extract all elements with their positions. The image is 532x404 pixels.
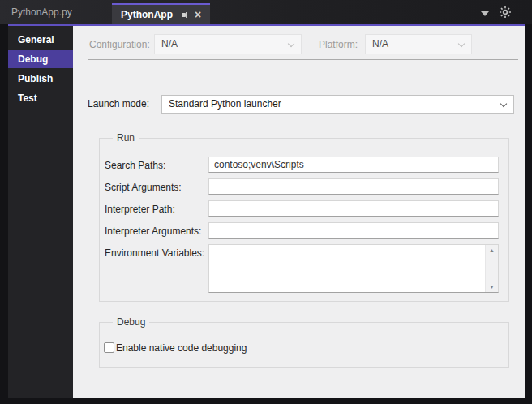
script-arguments-label: Script Arguments: <box>105 182 182 193</box>
chevron-down-icon <box>458 41 465 47</box>
sidebar-item-publish[interactable]: Publish <box>8 70 73 88</box>
platform-label: Platform: <box>319 39 358 50</box>
gear-icon[interactable] <box>499 6 512 19</box>
close-icon[interactable]: × <box>195 9 201 20</box>
pin-icon[interactable] <box>179 11 188 19</box>
debug-group-legend: Debug <box>113 316 149 328</box>
tab-label: PythonApp <box>121 9 173 20</box>
environment-variables-textarea[interactable]: ▲ ▼ <box>208 244 499 293</box>
enable-native-debugging-label: Enable native code debugging <box>116 342 247 354</box>
chevron-down-icon <box>288 41 294 47</box>
interpreter-arguments-label: Interpreter Arguments: <box>105 226 201 237</box>
tab-pythonapp-py[interactable]: PythonApp.py <box>0 0 84 24</box>
environment-variables-label: Environment Variables: <box>105 247 204 259</box>
configuration-value: N/A <box>161 38 178 49</box>
platform-value: N/A <box>372 38 388 49</box>
interpreter-arguments-input[interactable] <box>208 222 499 239</box>
search-paths-label: Search Paths: <box>105 160 165 171</box>
sidebar-item-test[interactable]: Test <box>8 89 73 107</box>
properties-sidebar: General Debug Publish Test <box>8 26 73 398</box>
chevron-down-icon <box>500 101 507 107</box>
tab-strip: PythonApp.py PythonApp × <box>0 0 532 24</box>
scroll-down-icon[interactable]: ▼ <box>489 284 495 290</box>
configuration-label: Configuration: <box>89 39 150 50</box>
sidebar-item-general[interactable]: General <box>8 31 73 49</box>
configuration-dropdown: N/A <box>154 34 302 54</box>
run-group-legend: Run <box>113 132 139 144</box>
tab-pythonapp-active[interactable]: PythonApp × <box>112 3 210 24</box>
launch-mode-dropdown[interactable]: Standard Python launcher <box>161 95 514 114</box>
tab-list-chevron-icon[interactable] <box>481 11 489 16</box>
enable-native-debugging-checkbox[interactable] <box>104 342 114 353</box>
debug-group: Debug Enable native code debugging <box>99 322 509 368</box>
interpreter-path-label: Interpreter Path: <box>105 204 175 215</box>
sidebar-item-debug[interactable]: Debug <box>8 50 73 68</box>
debug-settings-panel: Configuration: N/A Platform: N/A Launch … <box>73 26 525 398</box>
platform-dropdown: N/A <box>365 34 472 54</box>
search-paths-input[interactable] <box>208 157 499 173</box>
run-group: Run Search Paths: Script Arguments: Inte… <box>99 138 509 302</box>
interpreter-path-input[interactable] <box>208 200 499 217</box>
scroll-up-icon[interactable]: ▲ <box>489 247 495 253</box>
script-arguments-input[interactable] <box>208 178 499 195</box>
properties-document: General Debug Publish Test Configuration… <box>8 24 525 398</box>
config-separator <box>88 59 518 60</box>
vertical-scrollbar[interactable]: ▲ ▼ <box>485 245 498 292</box>
tab-label: PythonApp.py <box>11 6 72 18</box>
launch-mode-value: Standard Python launcher <box>169 98 281 110</box>
launch-mode-label: Launch mode: <box>88 98 149 110</box>
